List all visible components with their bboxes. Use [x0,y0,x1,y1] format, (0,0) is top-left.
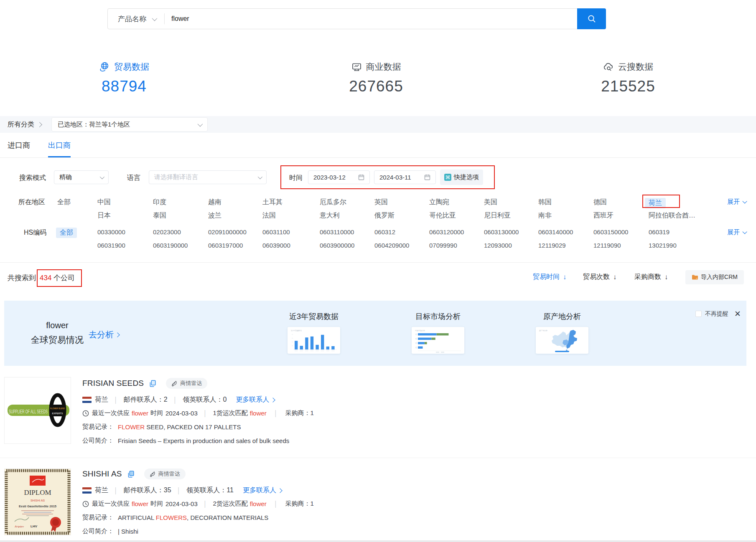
search-button[interactable] [577,8,606,29]
sort-buyer-count[interactable]: 采购商数 ↓ [634,273,668,281]
hs-code-option[interactable]: 0603900000 [320,242,354,249]
tab-exporter[interactable]: 出口商 [48,133,71,157]
hs-code-option[interactable]: 060312 [374,228,395,236]
hs-code-option[interactable]: 0603110000 [320,228,354,236]
trade-search-page: 产品名称 贸易数据 [0,0,756,542]
region-option[interactable]: 西班牙 [593,211,613,220]
region-option[interactable]: 立陶宛 [429,198,449,207]
region-option[interactable]: 俄罗斯 [374,211,395,220]
region-option[interactable]: 泰国 [153,211,166,220]
hs-code-option[interactable]: 0603190000 [153,242,188,249]
region-option[interactable]: 阿拉伯联合酋… [649,211,695,220]
region-option[interactable]: 法国 [262,211,276,220]
company-name[interactable]: SHISHI AS [82,469,122,479]
calendar-icon [424,174,430,180]
region-option[interactable]: 韩国 [538,198,552,207]
region-label: 所在地区 [18,198,45,207]
stat-business-data[interactable]: 商业数据 267665 [330,61,422,95]
svg-text:目标市场分析: 目标市场分析 [415,329,425,332]
hs-code-option[interactable]: 00330000 [97,228,125,236]
more-contacts-label: 更多联系人 [243,486,276,495]
region-option[interactable]: 英国 [374,198,388,207]
hs-code-option[interactable]: 02091000000 [208,228,247,236]
svg-text:SHISHI AS: SHISHI AS [31,499,45,502]
sort-trade-time[interactable]: 贸易时间 ↓ [533,273,567,281]
import-crm-button[interactable]: 导入内部CRM [685,270,744,284]
hs-code-option[interactable]: 06031100 [262,228,290,236]
region-option[interactable]: 德国 [593,198,607,207]
region-all[interactable]: 全部 [57,198,71,207]
hs-code-option[interactable]: 06039000 [262,242,290,249]
selected-region-value: 已选地区：荷兰等1个地区 [58,121,130,129]
company-profile-label: 公司简介： [82,527,114,535]
hs-code-option[interactable]: 060319 [649,228,669,236]
divider: │ [267,410,285,417]
company-logo[interactable]: SUPPLIER OF ALL SEEDS FLOWER BLEND EXPER… [4,377,71,444]
more-contacts-link[interactable]: 更多联系人 [236,395,275,404]
time-label: 时间 [289,174,303,182]
hs-code-option[interactable]: 0604209000 [374,242,409,249]
hs-code-option[interactable]: 12119090 [593,242,621,249]
company-logo[interactable]: DIPLOM SHISHI AS Eesti Gasellettevõte 20… [4,469,71,535]
hs-code-option[interactable]: 0603150000 [593,228,628,236]
selected-region-dropdown[interactable]: 已选地区：荷兰等1个地区 [51,117,208,132]
hs-code-option[interactable]: 07099990 [429,242,457,249]
arrow-down-icon: ↓ [613,273,617,281]
region-option[interactable]: 印度 [153,198,166,207]
region-option[interactable]: 中国 [97,198,111,207]
hs-expand-link[interactable]: 展开 [727,228,746,236]
hs-code-option[interactable]: 13021990 [649,242,677,249]
region-option[interactable]: 荷兰 [645,198,666,208]
search-category-select[interactable]: 产品名称 [108,9,164,29]
stat-trade-data[interactable]: 贸易数据 88794 [78,61,170,95]
hs-code-option[interactable]: 0603120000 [429,228,464,236]
date-from-input[interactable]: 2023-03-12 [308,170,370,184]
email-contacts: 邮件联系人：35 [124,486,171,495]
copy-icon[interactable] [128,471,134,478]
analyze-link[interactable]: 去分析 [89,329,119,340]
tab-importer[interactable]: 进口商 [8,133,30,157]
language-select[interactable]: 请选择翻译语言 [149,170,267,184]
search-input[interactable] [165,9,577,29]
bar-chart-thumbnail: 近3年贸易数据 [288,327,340,354]
region-option[interactable]: 意大利 [320,211,340,220]
company-name[interactable]: FRISIAN SEEDS [82,379,144,388]
hs-code-option[interactable]: 0603130000 [484,228,519,236]
region-option[interactable]: 哥伦比亚 [429,211,456,220]
region-option[interactable]: 日本 [97,211,111,220]
more-contacts-link[interactable]: 更多联系人 [243,486,282,495]
hs-code-option[interactable]: 12119029 [538,242,566,249]
radar-badge[interactable]: 商情雷达 [166,378,207,389]
chevron-down-icon [258,174,262,179]
arrow-down-icon: ↓ [664,273,668,281]
close-icon[interactable]: ✕ [734,310,741,318]
hs-code-option[interactable]: 02023000 [153,228,181,236]
hs-code-option[interactable]: 12093000 [484,242,512,249]
region-option[interactable]: 尼日利亚 [484,211,511,220]
region-option[interactable]: 波兰 [208,211,221,220]
linkedin-contacts: 领英联系人：0 [183,395,227,404]
region-option[interactable]: 美国 [484,198,497,207]
quick-options-button[interactable]: ⌘ 快捷选项 [440,170,483,185]
region-expand-link[interactable]: 展开 [727,198,746,206]
hbar-chart-thumbnail: 目标市场分析 [412,327,464,354]
region-option[interactable]: 厄瓜多尔 [320,198,346,207]
company-profile-text: Frisian Seeds – Experts in production an… [114,437,289,444]
date-to-input[interactable]: 2024-03-11 [374,170,436,184]
copy-icon[interactable] [150,380,156,387]
radar-icon [171,380,178,387]
hs-code-option[interactable]: 0603140000 [538,228,573,236]
svg-text:FLOWER BLEND: FLOWER BLEND [50,407,65,410]
hs-all[interactable]: 全部 [56,228,77,238]
hs-code-option[interactable]: 0603197000 [208,242,243,249]
radar-badge[interactable]: 商情雷达 [144,469,186,479]
region-option[interactable]: 土耳其 [262,198,283,207]
stat-cloud-search-data[interactable]: 云搜数据 215525 [582,61,674,95]
hs-code-option[interactable]: 06031900 [97,242,125,249]
all-categories-breadcrumb[interactable]: 所有分类 [8,120,41,129]
sort-trade-count[interactable]: 贸易次数 ↓ [583,273,617,281]
region-option[interactable]: 南非 [538,211,552,220]
region-option[interactable]: 越南 [208,198,221,207]
search-mode-select[interactable]: 精确 [54,170,109,184]
dont-remind-checkbox[interactable] [695,311,702,317]
